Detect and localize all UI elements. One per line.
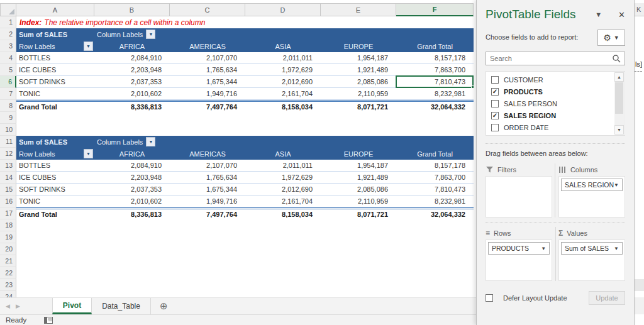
pane-close-icon[interactable]: ✕ bbox=[618, 10, 625, 19]
defer-layout-checkbox[interactable] bbox=[486, 294, 493, 302]
value-cell[interactable]: 1,675,344 bbox=[170, 184, 245, 195]
value-cell[interactable]: 1,954,187 bbox=[321, 160, 396, 171]
field-item-products[interactable]: ✓PRODUCTS bbox=[486, 85, 625, 97]
field-item-customer[interactable]: CUSTOMER bbox=[486, 74, 625, 85]
value-cell[interactable]: 2,012,690 bbox=[245, 184, 321, 195]
row-header-16[interactable]: 16 bbox=[0, 196, 16, 207]
field-item-order-date[interactable]: ORDER DATE bbox=[486, 121, 625, 133]
row-header-7[interactable]: 7 bbox=[0, 88, 16, 100]
scroll-up-icon[interactable]: ▲ bbox=[614, 72, 624, 82]
values-area[interactable]: Sum of SALES▼ bbox=[558, 240, 625, 281]
value-cell[interactable]: 2,010,602 bbox=[94, 88, 170, 99]
row-header-6[interactable]: 6 bbox=[0, 76, 16, 88]
value-cell[interactable]: 2,037,353 bbox=[94, 76, 170, 87]
field-item-sales-region[interactable]: ✓SALES REGION bbox=[486, 109, 625, 121]
grand-total-cell[interactable]: 8,158,034 bbox=[245, 102, 321, 112]
column-header-d[interactable]: D bbox=[245, 3, 321, 16]
grand-total-cell[interactable]: 8,158,034 bbox=[245, 209, 321, 219]
value-cell[interactable]: 2,084,910 bbox=[94, 52, 170, 63]
value-cell[interactable]: 7,863,700 bbox=[396, 64, 474, 75]
value-cell[interactable]: 2,203,948 bbox=[94, 64, 170, 75]
search-icon[interactable] bbox=[612, 54, 621, 63]
sheet-tab-data_table[interactable]: Data_Table bbox=[92, 298, 151, 314]
column-header-a[interactable]: A bbox=[16, 3, 94, 16]
scroll-down-icon[interactable]: ▼ bbox=[614, 125, 624, 135]
filters-area[interactable] bbox=[486, 176, 552, 218]
row-labels-filter-button[interactable]: ▼ bbox=[84, 41, 93, 51]
search-input[interactable] bbox=[490, 55, 612, 62]
grand-total-cell[interactable]: 7,497,764 bbox=[170, 209, 245, 219]
sheet-nav-next-icon[interactable]: ▶ bbox=[16, 298, 26, 314]
column-header-c[interactable]: C bbox=[170, 3, 245, 16]
value-cell[interactable]: 2,203,948 bbox=[94, 172, 170, 183]
row-header-18[interactable]: 18 bbox=[0, 219, 16, 231]
row-header-17[interactable]: 17 bbox=[0, 207, 16, 219]
value-cell[interactable]: 1,949,716 bbox=[170, 196, 245, 207]
value-cell[interactable]: 2,161,704 bbox=[245, 196, 321, 207]
rows-area[interactable]: PRODUCTS▼ bbox=[486, 240, 552, 281]
fill-handle[interactable] bbox=[471, 85, 474, 89]
value-cell[interactable]: 1,921,489 bbox=[321, 172, 396, 183]
value-cell[interactable]: 2,037,353 bbox=[94, 184, 170, 195]
area-chip-sum-of-sales[interactable]: Sum of SALES▼ bbox=[561, 242, 623, 255]
column-header-b[interactable]: B bbox=[94, 3, 170, 16]
value-cell[interactable]: 1,949,716 bbox=[170, 88, 245, 99]
value-cell[interactable]: 2,011,011 bbox=[245, 160, 321, 171]
value-cell[interactable]: 1,675,344 bbox=[170, 76, 245, 87]
tools-button[interactable]: ⚙ ▼ bbox=[597, 30, 625, 46]
row-header-3[interactable]: 3 bbox=[0, 40, 16, 52]
value-cell[interactable]: 2,107,070 bbox=[170, 160, 245, 171]
scroll-thumb[interactable] bbox=[615, 82, 623, 114]
column-labels-filter-button[interactable]: ▼ bbox=[146, 30, 155, 39]
row-header-1[interactable]: 1 bbox=[0, 16, 16, 28]
field-checkbox[interactable] bbox=[491, 124, 499, 131]
row-header-19[interactable]: 19 bbox=[0, 231, 16, 243]
field-list-scrollbar[interactable]: ▲ ▼ bbox=[614, 72, 624, 135]
column-labels-filter-button[interactable]: ▼ bbox=[146, 137, 155, 146]
value-cell[interactable]: 2,012,690 bbox=[245, 76, 321, 87]
row-header-8[interactable]: 8 bbox=[0, 100, 16, 112]
columns-area[interactable]: SALES REGION▼ bbox=[558, 176, 625, 218]
field-checkbox[interactable] bbox=[491, 100, 499, 107]
area-chip-products[interactable]: PRODUCTS▼ bbox=[488, 242, 550, 255]
row-header-14[interactable]: 14 bbox=[0, 172, 16, 184]
value-cell[interactable]: 1,765,634 bbox=[170, 172, 245, 183]
grand-total-cell[interactable]: 32,064,332 bbox=[396, 102, 474, 112]
grand-total-cell[interactable]: 8,336,813 bbox=[94, 209, 170, 219]
value-cell[interactable]: 8,232,981 bbox=[396, 196, 474, 207]
value-cell[interactable]: 7,810,473 bbox=[396, 184, 474, 195]
macro-record-icon[interactable] bbox=[44, 317, 53, 324]
row-header-15[interactable]: 15 bbox=[0, 184, 16, 196]
value-cell[interactable]: 1,921,489 bbox=[321, 64, 396, 75]
sheet-tab-pivot[interactable]: Pivot bbox=[52, 298, 92, 314]
row-header-21[interactable]: 21 bbox=[0, 255, 16, 267]
value-cell[interactable]: 2,110,959 bbox=[321, 88, 396, 99]
row-header-9[interactable]: 9 bbox=[0, 112, 16, 124]
area-chip-sales-region[interactable]: SALES REGION▼ bbox=[561, 179, 623, 191]
row-header-24[interactable]: 24 bbox=[0, 291, 16, 297]
value-cell[interactable]: 1,972,629 bbox=[245, 64, 321, 75]
value-cell[interactable]: 7,863,700 bbox=[396, 172, 474, 183]
field-item-sales-person[interactable]: SALES PERSON bbox=[486, 97, 625, 109]
row-header-11[interactable]: 11 bbox=[0, 136, 16, 148]
value-cell[interactable]: 2,010,602 bbox=[94, 196, 170, 207]
value-cell[interactable]: 2,084,910 bbox=[94, 160, 170, 171]
sheet-nav-prev-icon[interactable]: ◀ bbox=[0, 298, 16, 314]
row-labels-filter-button[interactable]: ▼ bbox=[84, 149, 93, 158]
select-all-button[interactable] bbox=[0, 3, 16, 16]
field-checkbox[interactable]: ✓ bbox=[491, 112, 499, 119]
row-header-10[interactable]: 10 bbox=[0, 124, 16, 136]
value-cell[interactable]: 2,110,959 bbox=[321, 196, 396, 207]
grand-total-cell[interactable]: 8,336,813 bbox=[94, 102, 170, 112]
value-cell[interactable]: 2,161,704 bbox=[245, 88, 321, 99]
value-cell[interactable]: 1,765,634 bbox=[170, 64, 245, 75]
row-header-4[interactable]: 4 bbox=[0, 52, 16, 64]
grand-total-cell[interactable]: 32,064,332 bbox=[396, 209, 474, 219]
value-cell[interactable]: 1,972,629 bbox=[245, 172, 321, 183]
value-cell[interactable]: 2,107,070 bbox=[170, 52, 245, 63]
value-cell[interactable]: 8,232,981 bbox=[396, 88, 474, 99]
row-header-20[interactable]: 20 bbox=[0, 243, 16, 255]
new-sheet-button[interactable]: ⊕ bbox=[151, 298, 177, 314]
pane-options-caret-icon[interactable]: ▼ bbox=[595, 11, 602, 18]
row-header-12[interactable]: 12 bbox=[0, 148, 16, 160]
